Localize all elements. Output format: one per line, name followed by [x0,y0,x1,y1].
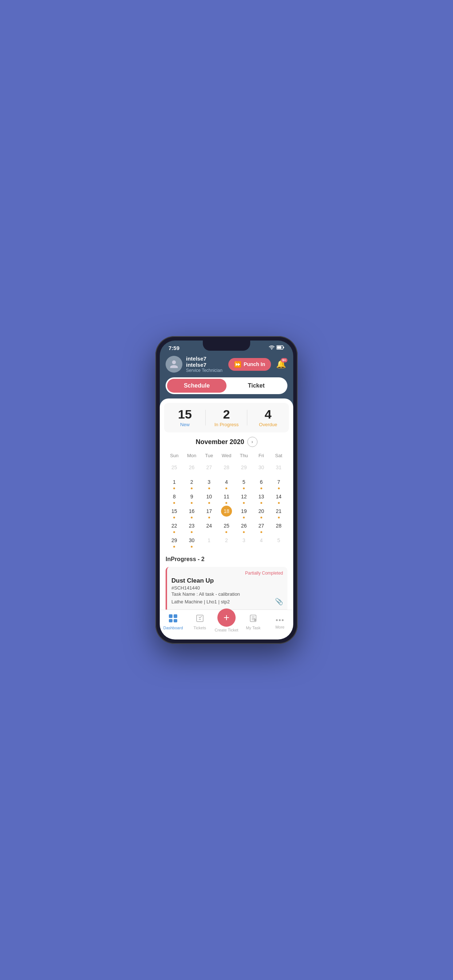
calendar-day-cell[interactable]: 18 [218,505,235,520]
nav-tickets[interactable]: Tickets [187,613,213,634]
calendar-day-cell: 5 [270,534,287,549]
calendar-day-cell[interactable]: 13 [253,490,270,505]
calendar-day-cell[interactable]: 23 [183,520,201,534]
inprogress-title: InProgress - 2 [166,556,287,563]
wifi-icon [269,345,274,351]
tickets-icon [196,614,204,625]
svg-rect-3 [283,347,284,348]
inprogress-section: InProgress - 2 [160,553,293,567]
task-name: Dust Clean Up [171,577,283,584]
calendar-day-header: Sun [166,451,183,461]
punch-icon: ⏩ [234,361,241,368]
calendar-day-cell[interactable]: 1 [166,476,183,490]
create-ticket-button[interactable]: + [217,608,236,627]
calendar-day-cell[interactable]: 28 [270,520,287,534]
dashboard-label: Dashboard [163,625,183,630]
notch [203,340,250,351]
calendar-day-cell[interactable]: 14 [270,490,287,505]
calendar-day-cell[interactable]: 2 [183,476,201,490]
calendar-day-header: Tue [200,451,218,461]
notification-button[interactable]: 🔔 9+ [274,358,287,371]
calendar-day-cell[interactable]: 27 [253,520,270,534]
calendar-day-cell[interactable]: 22 [166,520,183,534]
calendar-day-cell[interactable]: 19 [235,505,253,520]
calendar-grid: SunMonTueWedThuFriSat 252627282930311234… [166,451,287,549]
calendar-next-button[interactable]: › [247,437,257,447]
svg-rect-2 [277,346,282,349]
battery-icon [276,345,284,351]
calendar-day-cell[interactable]: 5 [235,476,253,490]
calendar-day-cell[interactable]: 10 [200,490,218,505]
calendar-day-header: Sat [270,451,287,461]
calendar-section: November 2020 › SunMonTueWedThuFriSat 25… [160,433,293,553]
task-card[interactable]: Partially Completed Dust Clean Up #SCH14… [166,567,287,609]
calendar-day-cell[interactable]: 12 [235,490,253,505]
calendar-day-header: Thu [235,451,253,461]
task-card-top: Partially Completed [171,571,283,576]
calendar-day-cell: 29 [235,461,253,476]
progress-label: In Progress [206,422,247,427]
task-id: #SCH141440 [171,585,283,590]
status-time: 7:59 [169,345,179,351]
nav-more[interactable]: More [266,613,293,634]
calendar-day-cell[interactable]: 16 [183,505,201,520]
calendar-day-cell: 28 [218,461,235,476]
task-card-inner: Partially Completed Dust Clean Up #SCH14… [167,567,287,609]
main-content: 15 New 2 In Progress 4 Overdue November … [160,398,293,609]
calendar-day-cell: 25 [166,461,183,476]
task-machine: Lathe Machine | Lho1 | stp2 📎 [171,598,283,606]
stats-row: 15 New 2 In Progress 4 Overdue [164,403,289,433]
calendar-day-cell[interactable]: 29 [166,534,183,549]
tickets-label: Tickets [194,625,206,630]
calendar-day-cell[interactable]: 4 [218,476,235,490]
calendar-day-cell[interactable]: 24 [200,520,218,534]
calendar-title: November 2020 [196,438,244,446]
calendar-day-cell: 27 [200,461,218,476]
calendar-day-cell[interactable]: 25 [218,520,235,534]
calendar-day-cell[interactable]: 26 [235,520,253,534]
user-name: intelse7 intelse7 [186,355,225,368]
calendar-day-cell[interactable]: 9 [183,490,201,505]
punch-in-label: Punch In [244,361,265,367]
calendar-day-cell[interactable]: 30 [183,534,201,549]
progress-count: 2 [206,408,247,420]
more-icon [276,614,284,624]
calendar-day-cell: 31 [270,461,287,476]
svg-point-10 [276,619,278,621]
bottom-nav: Dashboard Tickets + Create Ticket [160,609,293,640]
calendar-day-header: Fri [253,451,270,461]
punch-in-button[interactable]: ⏩ Punch In [228,358,271,371]
plus-icon: + [223,612,230,623]
calendar-day-header: Mon [183,451,201,461]
calendar-day-cell[interactable]: 7 [270,476,287,490]
svg-rect-5 [174,614,177,618]
svg-rect-6 [169,619,172,622]
user-info: intelse7 intelse7 Service Technician [186,355,225,373]
phone-screen: 7:59 [160,340,293,640]
calendar-day-header: Wed [218,451,235,461]
calendar-day-cell[interactable]: 11 [218,490,235,505]
nav-my-task[interactable]: My Task [240,613,266,634]
calendar-day-cell[interactable]: 21 [270,505,287,520]
calendar-day-cell[interactable]: 3 [200,476,218,490]
nav-dashboard[interactable]: Dashboard [160,613,187,634]
calendar-day-cell[interactable]: 15 [166,505,183,520]
calendar-day-cell: 3 [235,534,253,549]
tab-switcher: Schedule Ticket [166,377,287,394]
ticket-tab[interactable]: Ticket [226,379,286,393]
stat-new: 15 New [164,408,206,427]
overdue-label: Overdue [247,422,289,427]
svg-point-0 [271,349,272,350]
calendar-day-cell: 30 [253,461,270,476]
nav-create-ticket[interactable]: + Create Ticket [213,613,239,634]
calendar-day-cell: 26 [183,461,201,476]
calendar-day-cell: 4 [253,534,270,549]
calendar-day-cell[interactable]: 17 [200,505,218,520]
more-label: More [275,625,284,629]
calendar-day-cell[interactable]: 20 [253,505,270,520]
avatar [166,356,182,372]
calendar-day-cell[interactable]: 6 [253,476,270,490]
calendar-day-cell[interactable]: 8 [166,490,183,505]
schedule-tab[interactable]: Schedule [167,379,226,393]
user-role: Service Technician [186,368,225,373]
